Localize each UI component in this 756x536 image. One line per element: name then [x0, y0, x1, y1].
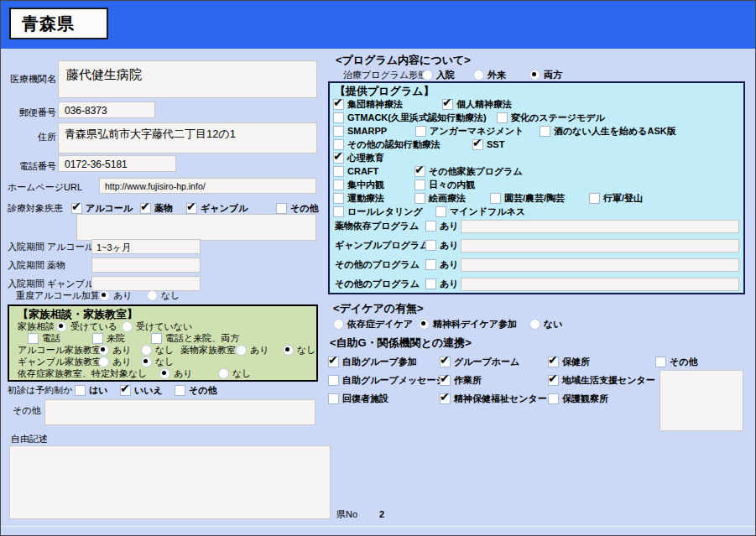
checkbox[interactable]	[151, 333, 162, 344]
checkbox[interactable]	[490, 193, 501, 204]
checkbox[interactable]	[328, 375, 339, 386]
checkbox[interactable]	[175, 385, 185, 396]
program-line-field[interactable]	[461, 278, 739, 291]
radio-button[interactable]	[529, 70, 540, 81]
checkbox[interactable]	[186, 203, 197, 214]
institution-field[interactable]: 藤代健生病院	[58, 60, 317, 98]
option-label: あり	[440, 239, 459, 252]
checkbox[interactable]	[440, 393, 451, 404]
checkbox[interactable]	[276, 203, 287, 214]
radio-button[interactable]	[473, 70, 484, 81]
checkbox[interactable]	[548, 356, 559, 367]
free-text-area[interactable]	[9, 445, 331, 519]
text-field[interactable]	[91, 258, 201, 273]
option-label: なし	[155, 344, 175, 356]
radio-button[interactable]	[422, 70, 433, 81]
checkbox[interactable]	[497, 112, 508, 123]
radio-option: あり	[98, 356, 141, 368]
radio-button[interactable]	[56, 321, 67, 332]
option-label: 来院	[107, 332, 125, 345]
other-field[interactable]	[44, 399, 315, 425]
radio-button[interactable]	[283, 345, 294, 356]
program-value-line: その他のプログラムあり	[335, 256, 739, 273]
checkbox[interactable]	[414, 180, 425, 190]
program-line-field[interactable]	[461, 258, 739, 272]
url-field[interactable]: http://www.fujisiro-hp.info/	[99, 178, 316, 194]
checkbox[interactable]	[333, 193, 344, 204]
checkbox[interactable]	[548, 393, 559, 404]
checkbox[interactable]	[589, 193, 600, 204]
checkbox[interactable]	[472, 139, 483, 150]
option-label: その他	[670, 356, 698, 368]
checkbox[interactable]	[548, 375, 559, 386]
checkbox-option: 運動療法	[333, 192, 414, 205]
checkbox[interactable]	[71, 203, 82, 214]
radio-option: 受けていない	[122, 320, 192, 333]
checkbox[interactable]	[425, 259, 436, 270]
address-field[interactable]: 青森県弘前市大字藤代二丁目12の1	[58, 122, 317, 154]
radio-button[interactable]	[122, 321, 133, 332]
checkbox[interactable]	[328, 356, 339, 367]
first-visit-label: 初診は予約制か	[8, 384, 75, 397]
checkbox[interactable]	[333, 153, 344, 164]
checkbox[interactable]	[92, 333, 103, 344]
radio-button[interactable]	[98, 345, 109, 356]
checkbox[interactable]	[435, 206, 446, 217]
checkbox[interactable]	[425, 221, 436, 232]
text-field[interactable]: 1~3ヶ月	[91, 239, 201, 254]
diseases-options: アルコール薬物ギャンブルその他	[71, 202, 319, 215]
radio-button[interactable]	[236, 345, 247, 356]
daycare-options: 依存症デイケア精神科デイケア参加ない	[333, 317, 563, 330]
radio-button[interactable]	[98, 356, 109, 367]
checkbox[interactable]	[425, 278, 436, 289]
checkbox[interactable]	[540, 126, 550, 137]
program-line-field[interactable]	[461, 220, 739, 233]
program-line-label: その他のプログラム	[335, 278, 425, 290]
postal-value: 036-8373	[59, 102, 154, 118]
checkbox[interactable]	[425, 240, 436, 251]
checkbox[interactable]	[414, 193, 425, 204]
checkbox-option: 回復者施設	[328, 393, 440, 405]
checkbox[interactable]	[333, 166, 344, 177]
checkbox[interactable]	[415, 126, 426, 137]
checkbox[interactable]	[333, 206, 344, 217]
checkbox[interactable]	[333, 180, 344, 190]
checkbox[interactable]	[655, 356, 666, 367]
checkbox-option: 変化のステージモデル	[497, 112, 605, 124]
checkbox[interactable]	[414, 166, 425, 177]
checkbox-option: その他の認知行動療法	[333, 138, 472, 151]
radio-button[interactable]	[141, 356, 152, 367]
checkbox[interactable]	[328, 393, 339, 404]
checkbox-option: CRAFT	[333, 166, 414, 177]
checkbox[interactable]	[28, 333, 39, 344]
radio-option: 受けている	[56, 320, 122, 333]
checkbox[interactable]	[440, 375, 451, 386]
checkbox[interactable]	[140, 203, 151, 214]
postal-label: 郵便番号	[8, 107, 56, 119]
checkbox-option: 集団精神療法	[333, 98, 442, 111]
radio-button[interactable]	[99, 290, 110, 301]
checkbox[interactable]	[333, 139, 344, 150]
radio-button[interactable]	[147, 290, 158, 301]
checkbox-option: GTMACK(久里浜式認知行動療法)	[333, 112, 497, 124]
checkbox[interactable]	[440, 356, 451, 367]
radio-button[interactable]	[159, 368, 170, 379]
cooperation-other-field[interactable]	[660, 370, 743, 431]
radio-option: ない	[529, 318, 563, 330]
radio-button[interactable]	[419, 319, 430, 330]
phone-field[interactable]: 0172-36-5181	[58, 155, 176, 172]
postal-field[interactable]: 036-8373	[58, 101, 155, 118]
radio-button[interactable]	[333, 319, 344, 330]
radio-button[interactable]	[218, 368, 229, 379]
checkbox[interactable]	[333, 112, 344, 123]
checkbox[interactable]	[333, 99, 344, 110]
radio-button[interactable]	[141, 345, 152, 356]
radio-button[interactable]	[529, 319, 540, 330]
option-label: アルコール	[86, 202, 133, 215]
checkbox[interactable]	[75, 385, 86, 396]
record-page: 青森県 医療機関名 藤代健生病院 郵便番号 036-8373 住所 青森県弘前市…	[0, 0, 756, 536]
checkbox[interactable]	[333, 126, 344, 137]
program-line-field[interactable]	[461, 239, 739, 252]
checkbox[interactable]	[120, 385, 131, 396]
checkbox[interactable]	[442, 99, 453, 110]
